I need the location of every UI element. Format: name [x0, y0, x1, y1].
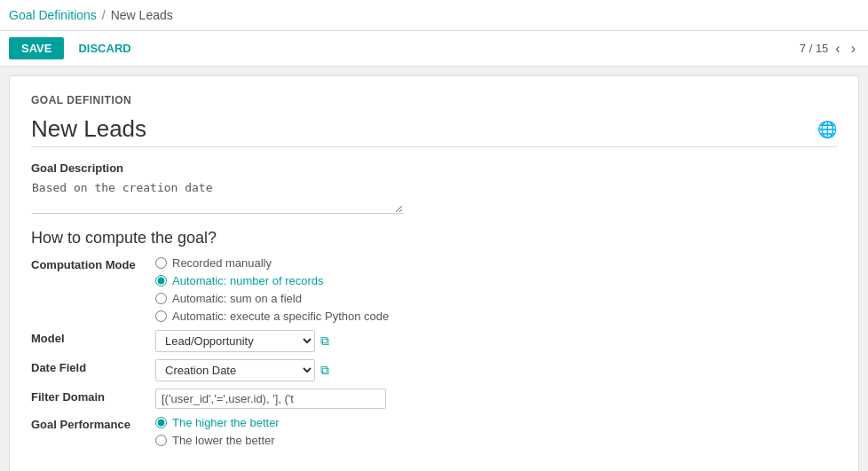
breadcrumb: Goal Definitions / New Leads: [9, 8, 173, 22]
discard-button[interactable]: DISCARD: [71, 37, 138, 59]
record-title-row: 🌐: [31, 115, 837, 147]
model-field-group: Lead/Opportunity Contact Partner ⧉: [155, 330, 837, 352]
radio-lower-label: The lower the better: [172, 434, 275, 447]
model-select[interactable]: Lead/Opportunity Contact Partner: [155, 330, 315, 352]
radio-item-auto-count[interactable]: Automatic: number of records: [155, 274, 837, 287]
performance-options: The higher the better The lower the bett…: [155, 416, 837, 447]
radio-auto-sum[interactable]: [155, 293, 167, 304]
record-title-input[interactable]: [31, 115, 756, 143]
radio-auto-sum-label: Automatic: sum on a field: [172, 292, 302, 305]
radio-auto-count-label: Automatic: number of records: [172, 274, 324, 287]
pagination-text: 7 / 15: [800, 42, 829, 55]
save-button[interactable]: SAVE: [9, 37, 64, 59]
compute-title: How to compute the goal?: [31, 229, 837, 247]
action-bar-left: SAVE DISCARD: [9, 37, 138, 59]
radio-item-auto-python[interactable]: Automatic: execute a specific Python cod…: [155, 310, 837, 323]
computation-mode-options: Recorded manually Automatic: number of r…: [155, 256, 837, 323]
top-nav: Goal Definitions / New Leads: [0, 0, 868, 31]
radio-item-higher[interactable]: The higher the better: [155, 416, 837, 429]
date-field-label: Date Field: [31, 359, 155, 374]
filter-domain-label: Filter Domain: [31, 389, 155, 404]
filter-domain-row: Filter Domain: [31, 389, 837, 409]
prev-record-button[interactable]: ‹: [832, 39, 843, 59]
date-field-group: Creation Date Modified Date Close Date ⧉: [155, 359, 837, 381]
date-field-select[interactable]: Creation Date Modified Date Close Date: [155, 359, 315, 381]
date-field-external-link-icon[interactable]: ⧉: [320, 363, 329, 378]
radio-auto-count[interactable]: [155, 275, 167, 287]
goal-description-group: Goal Description Based on the creation d…: [31, 161, 837, 216]
globe-icon: 🌐: [817, 120, 837, 139]
model-row: Model Lead/Opportunity Contact Partner ⧉: [31, 330, 837, 352]
breadcrumb-link[interactable]: Goal Definitions: [9, 8, 97, 22]
radio-item-lower[interactable]: The lower the better: [155, 434, 837, 447]
computation-mode-label: Computation Mode: [31, 256, 155, 271]
filter-domain-field-group: [155, 389, 837, 409]
date-field-row: Date Field Creation Date Modified Date C…: [31, 359, 837, 381]
action-bar-right: 7 / 15 ‹ ›: [800, 39, 859, 59]
goal-performance-label: Goal Performance: [31, 416, 155, 431]
next-record-button[interactable]: ›: [848, 39, 859, 59]
radio-item-manual[interactable]: Recorded manually: [155, 256, 837, 270]
breadcrumb-current: New Leads: [111, 8, 173, 22]
breadcrumb-separator: /: [102, 8, 106, 22]
radio-manual-label: Recorded manually: [172, 256, 272, 270]
action-bar: SAVE DISCARD 7 / 15 ‹ ›: [0, 31, 868, 67]
radio-higher[interactable]: [155, 417, 167, 428]
goal-description-label: Goal Description: [31, 161, 837, 175]
computation-mode-row: Computation Mode Recorded manually Autom…: [31, 256, 837, 323]
model-label: Model: [31, 330, 155, 345]
filter-domain-input[interactable]: [155, 389, 386, 409]
goal-description-input[interactable]: Based on the creation date: [31, 178, 404, 214]
radio-manual[interactable]: [155, 257, 167, 269]
radio-item-auto-sum[interactable]: Automatic: sum on a field: [155, 292, 837, 305]
radio-auto-python-label: Automatic: execute a specific Python cod…: [172, 310, 389, 323]
radio-auto-python[interactable]: [155, 310, 167, 322]
radio-lower[interactable]: [155, 435, 167, 446]
model-external-link-icon[interactable]: ⧉: [320, 334, 329, 349]
main-content: Goal Definition 🌐 Goal Description Based…: [9, 75, 859, 471]
compute-section: How to compute the goal? Computation Mod…: [31, 229, 837, 447]
goal-performance-row: Goal Performance The higher the better T…: [31, 416, 837, 447]
section-label: Goal Definition: [31, 94, 837, 106]
radio-higher-label: The higher the better: [172, 416, 280, 429]
